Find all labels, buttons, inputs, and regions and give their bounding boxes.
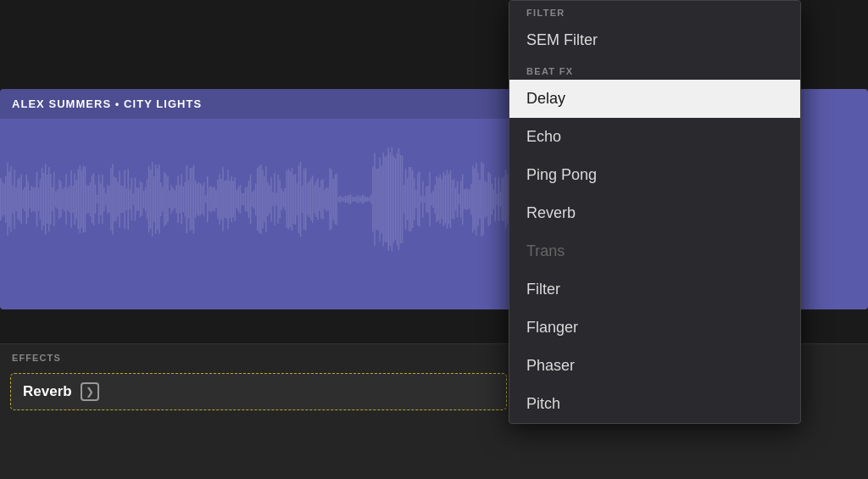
dropdown-item-trans: Trans <box>509 232 800 270</box>
effects-label: EFFECTS <box>0 344 517 368</box>
dropdown-item-flanger[interactable]: Flanger <box>509 309 800 347</box>
effects-slot[interactable]: Reverb ❯ <box>10 373 507 410</box>
effects-area: EFFECTS Reverb ❯ <box>0 343 517 479</box>
dropdown-item-phaser[interactable]: Phaser <box>509 347 800 385</box>
track-area: ALEX SUMMERS • CITY LIGHTS <box>0 89 517 309</box>
dropdown-item-sem-filter[interactable]: SEM Filter <box>509 21 800 59</box>
dropdown-item-filter[interactable]: Filter <box>509 270 800 309</box>
track-title: ALEX SUMMERS • CITY LIGHTS <box>0 89 517 119</box>
waveform <box>0 89 517 309</box>
fx-dropdown: FILTERSEM FilterBEAT FXDelayEchoPing Pon… <box>509 0 801 424</box>
dropdown-section-header: BEAT FX <box>509 59 800 80</box>
dropdown-item-delay[interactable]: Delay <box>509 80 800 118</box>
dropdown-item-pitch[interactable]: Pitch <box>509 385 800 423</box>
dropdown-item-reverb[interactable]: Reverb <box>509 194 800 232</box>
effects-slot-expand-icon[interactable]: ❯ <box>81 382 99 401</box>
dropdown-item-echo[interactable]: Echo <box>509 118 800 156</box>
effects-slot-name: Reverb <box>23 383 72 400</box>
dropdown-item-ping-pong[interactable]: Ping Pong <box>509 156 800 194</box>
track-right-extension <box>797 89 868 309</box>
dropdown-section-header: FILTER <box>509 1 800 21</box>
